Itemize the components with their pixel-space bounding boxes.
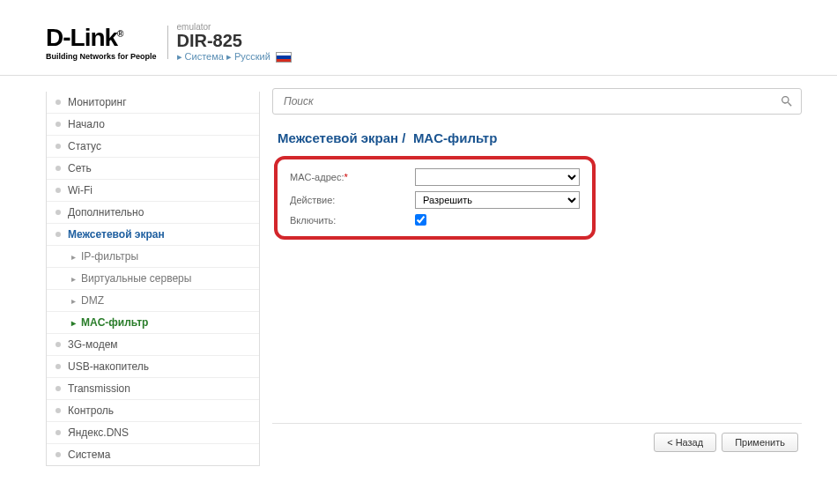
sidebar-sub-virtualservers[interactable]: ▸Виртуальные серверы — [47, 268, 259, 290]
breadcrumb-system[interactable]: Система — [185, 51, 224, 62]
back-button[interactable]: < Назад — [654, 433, 716, 452]
action-label: Действие: — [290, 195, 415, 205]
action-select[interactable]: Разрешить — [415, 191, 580, 209]
footer-buttons: < Назад Применить — [272, 423, 802, 466]
mac-label: MAC-адрес:* — [290, 172, 415, 182]
enable-label: Включить: — [290, 215, 415, 226]
sidebar-sub-ipfilters[interactable]: ▸IP-фильтры — [47, 246, 259, 268]
sidebar-item-monitoring[interactable]: Мониторинг — [47, 92, 259, 114]
logo-tagline: Building Networks for People — [46, 52, 157, 61]
sidebar-sub-dmz[interactable]: ▸DMZ — [47, 290, 259, 312]
logo-text: D-Link® — [46, 24, 157, 52]
sidebar-item-yandexdns[interactable]: Яндекс.DNS — [47, 422, 259, 444]
main-panel: Межсетевой экран / MAC-фильтр MAC-адрес:… — [260, 76, 802, 466]
product-name: DIR-825 — [177, 32, 292, 49]
flag-icon[interactable] — [276, 52, 292, 63]
enable-checkbox[interactable] — [415, 214, 426, 226]
row-enable: Включить: — [290, 214, 580, 226]
apply-button[interactable]: Применить — [722, 433, 798, 452]
mac-select[interactable] — [415, 168, 580, 186]
header-divider — [167, 26, 168, 59]
page-title: Межсетевой экран / MAC-фильтр — [278, 130, 802, 145]
sidebar-item-wifi[interactable]: Wi-Fi — [47, 180, 259, 202]
header-right: emulator DIR-825 ▸ Система ▸ Русский — [177, 22, 292, 63]
sidebar-item-control[interactable]: Контроль — [47, 400, 259, 422]
sidebar-sub-macfilter[interactable]: ▸MAC-фильтр — [47, 312, 259, 334]
sidebar-item-system[interactable]: Система — [47, 444, 259, 465]
search-icon[interactable] — [780, 94, 794, 111]
sidebar-item-advanced[interactable]: Дополнительно — [47, 202, 259, 224]
row-mac: MAC-адрес:* — [290, 168, 580, 186]
logo: D-Link® Building Networks for People — [46, 24, 157, 61]
sidebar-item-usb[interactable]: USB-накопитель — [47, 356, 259, 378]
sidebar-item-status[interactable]: Статус — [47, 136, 259, 158]
sidebar-item-network[interactable]: Сеть — [47, 158, 259, 180]
sidebar-item-start[interactable]: Начало — [47, 114, 259, 136]
row-action: Действие: Разрешить — [290, 191, 580, 209]
sidebar-item-firewall[interactable]: Межсетевой экран — [47, 224, 259, 246]
sidebar: Мониторинг Начало Статус Сеть Wi-Fi Допо… — [46, 92, 260, 466]
mac-filter-form: MAC-адрес:* Действие: Разрешить Включить… — [274, 156, 596, 240]
breadcrumb: ▸ Система ▸ Русский — [177, 51, 292, 63]
sidebar-item-3g[interactable]: 3G-модем — [47, 334, 259, 356]
breadcrumb-lang[interactable]: Русский — [234, 51, 270, 62]
header: D-Link® Building Networks for People emu… — [0, 0, 837, 70]
search-box — [272, 88, 802, 115]
search-input[interactable] — [284, 95, 774, 107]
sidebar-item-transmission[interactable]: Transmission — [47, 378, 259, 400]
